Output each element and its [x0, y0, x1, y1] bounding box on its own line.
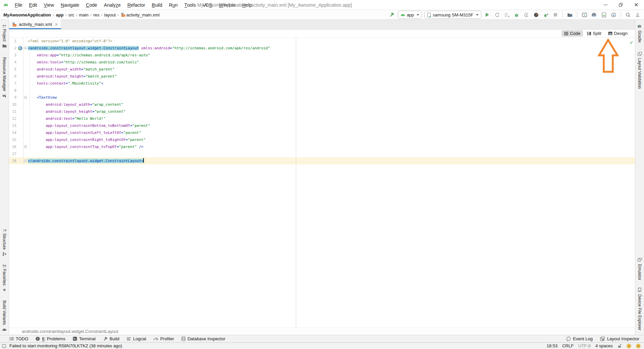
code-line[interactable]: 10 android:layout_width="wrap_content" [9, 101, 635, 108]
menu-view[interactable]: View [41, 0, 57, 10]
code-line[interactable]: 4 xmlns:tools="http://schemas.android.co… [9, 59, 635, 66]
profiler-icon[interactable] [532, 11, 540, 18]
unlock-icon[interactable] [618, 344, 622, 348]
code-line[interactable]: 14 app:layout_constraintLeft_toLeftOf="p… [9, 129, 635, 136]
line-number[interactable]: 12 [9, 115, 18, 122]
line-number[interactable]: 2 [9, 45, 18, 52]
tool-window-problems[interactable]: 6: Problems [36, 336, 65, 341]
code-editor[interactable]: 1<?xml version="1.0" encoding="utf-8"?>2… [9, 38, 635, 328]
inspections-ok-icon[interactable]: ✔ [630, 40, 633, 45]
build-hammer-icon[interactable] [388, 11, 395, 18]
line-number[interactable]: 16 [9, 143, 18, 150]
code-line[interactable]: 18</androidx.constraintlayout.widget.Con… [9, 157, 635, 164]
sad-face-icon[interactable] [636, 344, 641, 348]
breadcrumb-item[interactable]: main [79, 12, 89, 17]
breadcrumb-item[interactable]: MyAwsomeApplication [3, 12, 51, 17]
run-icon[interactable] [484, 11, 491, 18]
breadcrumb-item[interactable]: res [93, 12, 99, 17]
tool-window-todo[interactable]: TODO [9, 336, 28, 341]
line-number[interactable]: 7 [9, 80, 18, 87]
tool-window-database-inspector[interactable]: Database Inspector [181, 336, 225, 341]
sidebar-item-resource-manager[interactable]: Resource Manager [2, 57, 7, 98]
profile-avatar-icon[interactable] [634, 11, 641, 18]
menu-refactor[interactable]: Refactor [124, 0, 149, 10]
line-number[interactable]: 4 [9, 59, 18, 66]
code-line[interactable]: 12 android:text="Hello World!" [9, 115, 635, 122]
run-device-icon[interactable] [581, 11, 588, 18]
restore-button[interactable] [613, 0, 629, 10]
mode-code-button[interactable]: Code [561, 30, 583, 37]
breadcrumb-item[interactable]: src [68, 12, 74, 17]
line-number[interactable]: 6 [9, 73, 18, 80]
search-everywhere-icon[interactable] [624, 11, 632, 18]
apply-changes-icon[interactable] [493, 11, 501, 18]
code-line[interactable]: 3 xmlns:app="http://schemas.android.com/… [9, 52, 635, 59]
minimize-button[interactable] [598, 0, 613, 10]
constraintlayout-class-icon[interactable]: C [18, 46, 22, 50]
breadcrumb-item[interactable]: app [56, 12, 63, 17]
menu-analyze[interactable]: Analyze [101, 0, 124, 10]
code-line[interactable]: 2C<androidx.constraintlayout.widget.Cons… [9, 45, 635, 52]
sidebar-item-layout-validation[interactable]: Layout Validation [637, 51, 642, 89]
fold-marker-icon[interactable] [24, 159, 27, 162]
device-dropdown[interactable]: samsung SM-M315F [424, 11, 481, 19]
sidebar-item-build-variants[interactable]: Build Variants [2, 300, 7, 332]
sidebar-item-favorites[interactable]: 2: Favorites ★ [2, 264, 7, 292]
line-number[interactable]: 18 [9, 157, 18, 164]
tool-window-profiler[interactable]: Profiler [154, 336, 174, 341]
menu-file[interactable]: File [11, 0, 26, 10]
menu-tools[interactable]: Tools [181, 0, 199, 10]
line-number[interactable]: 10 [9, 101, 18, 108]
indent-indicator[interactable]: 4 spaces [595, 343, 613, 348]
menu-edit[interactable]: Edit [26, 0, 41, 10]
layout-inspector-button[interactable]: Layout Inspector [600, 336, 639, 341]
line-number[interactable]: 3 [9, 52, 18, 59]
line-number[interactable]: 17 [9, 150, 18, 157]
attach-debugger-icon[interactable] [542, 11, 549, 18]
code-line[interactable]: 16 app:layout_constraintTop_toTopOf="par… [9, 143, 635, 150]
close-button[interactable]: ✕ [629, 0, 644, 10]
line-number[interactable]: 14 [9, 129, 18, 136]
breadcrumb-item[interactable]: activity_main.xml [126, 12, 160, 17]
sidebar-item-device-file-explorer[interactable]: Device File Explorer [637, 288, 642, 330]
close-tab-icon[interactable]: ✕ [55, 22, 58, 27]
tool-window-terminal[interactable]: Terminal [73, 336, 96, 341]
code-line[interactable]: 9 <TextView [9, 94, 635, 101]
code-line[interactable]: 17 [9, 150, 635, 157]
profile-apk-icon[interactable] [566, 11, 574, 18]
mode-design-button[interactable]: Design [605, 30, 630, 37]
code-line[interactable]: 13 app:layout_constraintBottom_toBottomO… [9, 122, 635, 129]
menu-code[interactable]: Code [83, 0, 100, 10]
fold-marker-icon[interactable] [24, 47, 27, 49]
stop-icon[interactable] [552, 11, 559, 18]
line-number[interactable]: 1 [9, 38, 18, 45]
run-with-coverage-icon[interactable] [523, 11, 530, 18]
menu-build[interactable]: Build [149, 0, 166, 10]
line-number[interactable]: 13 [9, 122, 18, 129]
fold-marker-icon[interactable] [24, 145, 27, 148]
apply-code-changes-icon[interactable] [503, 11, 511, 18]
menu-navigate[interactable]: Navigate [57, 0, 83, 10]
run-config-dropdown[interactable]: app [398, 11, 422, 19]
line-number[interactable]: 9 [9, 94, 18, 101]
menu-run[interactable]: Run [166, 0, 181, 10]
code-line[interactable]: 15 app:layout_constraintRight_toRightOf=… [9, 136, 635, 143]
breadcrumb-item[interactable]: layout [104, 12, 116, 17]
sidebar-item-emulator[interactable]: Emulator [637, 257, 642, 280]
code-line[interactable]: 6 android:layout_height="match_parent" [9, 73, 635, 80]
line-number[interactable]: 5 [9, 66, 18, 73]
code-line[interactable]: 8 [9, 87, 635, 94]
sidebar-item-gradle[interactable]: Gradle [637, 24, 642, 43]
avd-manager-icon[interactable] [600, 11, 607, 18]
sidebar-item-project[interactable]: 1: Project [2, 24, 7, 48]
code-line[interactable]: 11 android:layout_height="wrap_content" [9, 108, 635, 115]
sdk-manager-icon[interactable] [610, 11, 617, 18]
gradle-sync-icon[interactable] [590, 11, 598, 18]
sidebar-item-structure[interactable]: 7: Structure [2, 229, 7, 256]
status-message[interactable]: Failed to start monitoring R58N70LKTKZ (… [9, 343, 122, 348]
code-line[interactable]: 7 tools:context=".MainActivity"> [9, 80, 635, 87]
code-line[interactable]: 5 android:layout_width="match_parent" [9, 66, 635, 73]
line-number[interactable]: 8 [9, 87, 18, 94]
debug-icon[interactable] [513, 11, 520, 18]
tab-activity-main-xml[interactable]: <> activity_main.xml ✕ [9, 19, 61, 29]
